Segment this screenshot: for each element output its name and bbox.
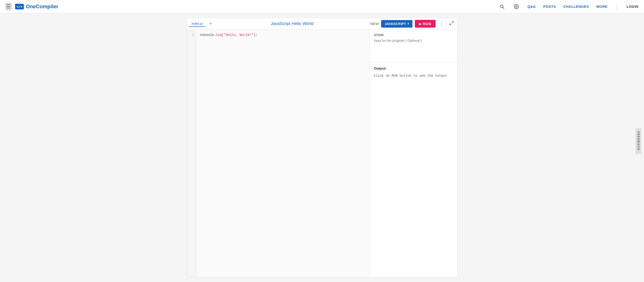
- code-log: log: [216, 33, 222, 37]
- code-line-1: console.log("Hello, World!");: [200, 32, 366, 38]
- svg-point-2: [516, 6, 517, 7]
- editor-title: JavaScript Hello World: [216, 21, 368, 26]
- login-button[interactable]: LOGIN: [626, 5, 638, 9]
- line-numbers: 1: [187, 30, 196, 277]
- editor-body: 1 console.log("Hello, World!"); STDIN Ou…: [187, 30, 457, 277]
- play-icon: [419, 22, 422, 26]
- output-text: Click on RUN button to see the output: [374, 73, 454, 78]
- fullscreen-button[interactable]: [448, 20, 455, 28]
- more-options-button[interactable]: ⋮: [438, 20, 446, 28]
- line-number: 1: [190, 32, 194, 38]
- nav-link-more[interactable]: MORE: [596, 5, 608, 9]
- code-area[interactable]: console.log("Hello, World!");: [196, 30, 370, 277]
- hamburger-menu-button[interactable]: ☰: [6, 3, 11, 10]
- stdin-input[interactable]: [374, 39, 454, 58]
- tab-filename: index.js: [192, 22, 202, 26]
- output-section: Output: Click on RUN button to see the o…: [370, 63, 457, 277]
- feedback-tab[interactable]: FEEDBACK: [636, 128, 642, 154]
- main-container: index.js + JavaScript Hello World NEW JA…: [0, 13, 644, 282]
- output-label: Output:: [374, 66, 454, 70]
- nav-divider: [617, 3, 617, 10]
- code-console: console: [200, 33, 214, 37]
- new-button[interactable]: NEW: [370, 22, 379, 26]
- nav-link-posts[interactable]: POSTS: [543, 5, 556, 9]
- add-tab-button[interactable]: +: [207, 20, 214, 27]
- search-button[interactable]: [499, 3, 505, 10]
- svg-line-4: [450, 24, 451, 25]
- svg-line-3: [452, 22, 454, 23]
- gear-icon: [514, 4, 519, 9]
- nav-link-qa[interactable]: Q&A: [528, 5, 536, 9]
- svg-point-0: [500, 5, 504, 8]
- code-panel: 1 console.log("Hello, World!");: [187, 30, 370, 277]
- toolbar-right: NEW JAVASCRIPT RUN ⋮: [370, 20, 455, 28]
- logo-text: OneCompiler: [26, 4, 58, 10]
- svg-line-1: [503, 8, 504, 9]
- nav-link-challenges[interactable]: CHALLENGES: [564, 5, 589, 9]
- language-selector[interactable]: JAVASCRIPT: [381, 20, 412, 28]
- run-label: RUN: [423, 22, 432, 26]
- stdin-label: STDIN: [374, 33, 454, 37]
- editor-wrapper: index.js + JavaScript Hello World NEW JA…: [186, 18, 458, 277]
- search-icon: [500, 4, 504, 9]
- fullscreen-icon: [449, 21, 454, 26]
- logo-link[interactable]: </> OneCompiler: [15, 4, 58, 10]
- editor-toolbar: index.js + JavaScript Hello World NEW JA…: [187, 18, 457, 30]
- nav-links: Q&A POSTS CHALLENGES MORE LOGIN: [499, 3, 638, 10]
- file-tab[interactable]: index.js: [189, 21, 206, 27]
- navbar: ☰ </> OneCompiler Q&A POSTS CHALLENGES M…: [0, 0, 644, 13]
- stdin-section: STDIN: [370, 30, 457, 63]
- logo-icon: </>: [15, 4, 24, 10]
- right-panel: STDIN Output: Click on RUN button to see…: [370, 30, 457, 277]
- settings-button[interactable]: [513, 3, 520, 10]
- code-string: "Hello, World!": [224, 33, 254, 37]
- run-button[interactable]: RUN: [415, 20, 436, 28]
